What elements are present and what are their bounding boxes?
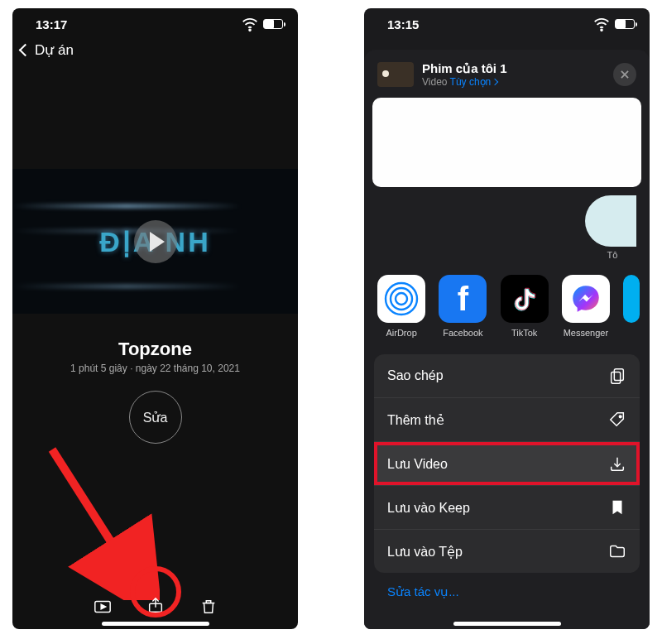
airdrop-icon — [377, 275, 425, 323]
status-bar: 13:15 — [364, 8, 650, 35]
contact-avatar — [585, 195, 636, 247]
share-sheet-header: Phim của tôi 1 Video Tùy chọn — [374, 58, 640, 96]
action-label: Lưu vào Keep — [387, 500, 470, 516]
app-label: Facebook — [439, 328, 487, 338]
partial-app-icon — [623, 275, 640, 323]
svg-point-4 — [601, 29, 602, 31]
chevron-right-icon — [492, 79, 498, 85]
wifi-icon — [241, 15, 259, 33]
svg-point-6 — [391, 288, 412, 310]
trash-icon[interactable] — [199, 598, 218, 616]
options-link[interactable]: Tùy chọn — [450, 76, 498, 88]
item-subtitle: Video Tùy chọn — [422, 76, 507, 88]
action-label: Lưu Video — [387, 456, 448, 472]
video-preview[interactable]: ĐỊA NH — [12, 169, 298, 314]
battery-icon — [615, 19, 635, 29]
edit-button[interactable]: Sửa — [129, 391, 182, 444]
preview-card[interactable] — [374, 98, 640, 187]
apps-row: AirDrop f Facebook TikTok Messenger — [374, 275, 640, 338]
airdrop-app[interactable]: AirDrop — [377, 275, 425, 338]
edit-label: Sửa — [143, 410, 168, 425]
svg-point-0 — [249, 29, 251, 31]
item-thumbnail — [377, 62, 414, 87]
facebook-app[interactable]: f Facebook — [439, 275, 487, 338]
action-label: Sao chép — [387, 368, 444, 383]
app-label: Messenger — [562, 328, 610, 338]
contact-name: Tô — [585, 250, 640, 260]
phone-left-project-detail: 13:17 Dự án ĐỊA NH Topzone 1 phút 5 giây… — [12, 8, 298, 629]
save-video-action[interactable]: Lưu Video — [374, 441, 640, 485]
contact-suggestion[interactable]: Tô — [585, 195, 640, 260]
share-sheet: Phim của tôi 1 Video Tùy chọn Tô — [364, 50, 650, 629]
tiktok-app[interactable]: TikTok — [501, 275, 549, 338]
svg-point-5 — [396, 293, 407, 305]
svg-rect-9 — [612, 372, 621, 383]
share-button-wrap — [146, 596, 165, 618]
copy-icon — [608, 367, 626, 385]
share-icon[interactable] — [146, 596, 165, 614]
svg-point-10 — [619, 416, 621, 418]
project-subtitle: 1 phút 5 giây · ngày 22 tháng 10, 2021 — [12, 363, 298, 374]
close-button[interactable] — [613, 63, 636, 86]
edit-actions-link[interactable]: Sửa tác vụ... — [374, 573, 640, 611]
download-icon — [608, 454, 626, 473]
tiktok-icon — [501, 275, 549, 323]
back-button[interactable]: Dự án — [12, 35, 298, 65]
messenger-app[interactable]: Messenger — [562, 275, 610, 338]
home-indicator[interactable] — [453, 622, 561, 626]
action-label: Thêm thẻ — [387, 412, 444, 428]
close-icon — [619, 69, 631, 80]
add-tag-action[interactable]: Thêm thẻ — [374, 397, 640, 441]
wifi-icon — [592, 15, 611, 33]
app-label: TikTok — [501, 328, 549, 338]
edit-actions-label: Sửa tác vụ... — [387, 584, 459, 598]
bottom-toolbar — [12, 596, 298, 618]
bookmark-icon — [608, 498, 626, 517]
svg-line-1 — [52, 449, 137, 582]
app-label: AirDrop — [377, 328, 425, 338]
partial-app[interactable] — [623, 275, 640, 338]
folder-icon — [608, 542, 626, 560]
svg-rect-8 — [614, 369, 623, 381]
chevron-left-icon — [19, 44, 32, 57]
back-label: Dự án — [35, 41, 74, 59]
item-info: Phim của tôi 1 Video Tùy chọn — [422, 61, 507, 88]
annotation-arrow — [44, 443, 160, 600]
status-icons — [241, 15, 283, 33]
home-indicator[interactable] — [102, 622, 209, 626]
play-icon[interactable] — [134, 220, 177, 263]
facebook-icon: f — [439, 275, 487, 323]
status-bar: 13:17 — [12, 8, 298, 35]
project-title: Topzone — [12, 339, 298, 360]
play-outline-icon[interactable] — [94, 598, 112, 616]
phone-right-share-sheet: 13:15 Phim của tôi 1 Video Tùy chọn — [364, 8, 650, 629]
messenger-icon — [562, 275, 610, 323]
item-title: Phim của tôi 1 — [422, 61, 507, 76]
save-keep-action[interactable]: Lưu vào Keep — [374, 485, 640, 529]
status-icons — [592, 15, 635, 33]
actions-list: Sao chép Thêm thẻ Lưu Video Lưu vào Keep… — [374, 354, 640, 573]
copy-action[interactable]: Sao chép — [374, 354, 640, 397]
status-time: 13:17 — [36, 17, 67, 31]
item-type: Video — [422, 76, 447, 88]
status-time: 13:15 — [387, 17, 419, 31]
save-files-action[interactable]: Lưu vào Tệp — [374, 529, 640, 573]
tag-icon — [608, 411, 626, 429]
battery-icon — [263, 19, 283, 29]
action-label: Lưu vào Tệp — [387, 544, 463, 560]
project-info: Topzone 1 phút 5 giây · ngày 22 tháng 10… — [12, 339, 298, 444]
contacts-row: Tô — [374, 195, 640, 260]
